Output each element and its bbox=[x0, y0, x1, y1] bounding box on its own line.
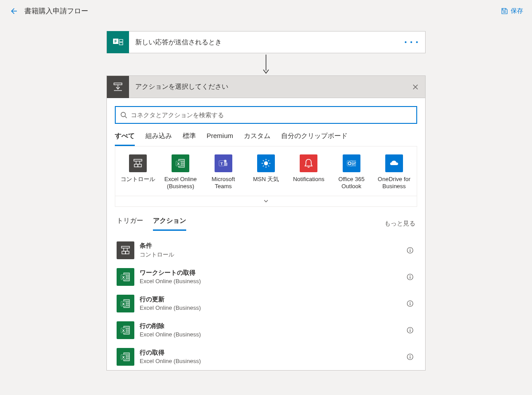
connector-item[interactable]: TMicrosoft Teams bbox=[203, 154, 244, 190]
save-button[interactable]: 保存 bbox=[501, 7, 523, 15]
info-button[interactable] bbox=[405, 300, 415, 307]
action-list: 条件コントロールXワークシートの取得Excel Online (Business… bbox=[115, 237, 417, 370]
info-button[interactable] bbox=[405, 273, 415, 280]
svg-rect-41 bbox=[122, 251, 125, 254]
svg-text:X: X bbox=[122, 302, 125, 306]
picker-close-button[interactable] bbox=[406, 83, 425, 91]
action-item[interactable]: 条件コントロール bbox=[115, 237, 417, 264]
header-bar: 書籍購入申請フロー 保存 bbox=[0, 0, 532, 22]
connector-label: コントロール bbox=[121, 176, 155, 183]
info-icon bbox=[407, 300, 414, 307]
action-item[interactable]: X行の削除Excel Online (Business) bbox=[115, 317, 417, 344]
insert-step-icon bbox=[112, 81, 124, 93]
back-button[interactable] bbox=[9, 7, 18, 16]
action-text: 行の削除Excel Online (Business) bbox=[140, 322, 399, 338]
tab-standard[interactable]: 標準 bbox=[183, 132, 196, 146]
svg-rect-38 bbox=[121, 246, 129, 248]
svg-point-44 bbox=[410, 249, 411, 249]
excel-icon: X bbox=[117, 295, 134, 312]
action-text: 条件コントロール bbox=[140, 242, 399, 259]
tab-clipboard[interactable]: 自分のクリップボード bbox=[281, 132, 348, 146]
search-input[interactable] bbox=[131, 111, 412, 118]
svg-line-33 bbox=[263, 166, 264, 166]
connector-item[interactable]: XExcel Online (Business) bbox=[160, 154, 201, 190]
svg-rect-42 bbox=[125, 251, 129, 254]
svg-rect-10 bbox=[134, 159, 142, 161]
svg-text:X: X bbox=[122, 328, 125, 333]
action-picker-card: アクションを選択してください すべて 組み込み 標準 Premium カスタム … bbox=[106, 75, 426, 371]
tab-premium[interactable]: Premium bbox=[207, 132, 233, 146]
action-title: 条件 bbox=[140, 242, 399, 250]
svg-text:X: X bbox=[177, 162, 180, 166]
svg-point-74 bbox=[410, 328, 411, 329]
connector-item[interactable]: Office 365 Outlook bbox=[331, 154, 372, 190]
svg-point-26 bbox=[264, 162, 268, 166]
svg-line-31 bbox=[263, 160, 264, 161]
trigger-card[interactable]: F 新しい応答が送信されるとき • • • bbox=[106, 31, 426, 53]
search-box[interactable] bbox=[115, 106, 417, 124]
tab-all[interactable]: すべて bbox=[115, 132, 135, 146]
svg-rect-65 bbox=[410, 303, 410, 305]
action-item[interactable]: Xワークシートの取得Excel Online (Business) bbox=[115, 264, 417, 290]
info-button[interactable] bbox=[405, 353, 415, 360]
control-icon bbox=[117, 241, 134, 259]
picker-body: すべて 組み込み 標準 Premium カスタム 自分のクリップボード コントロ… bbox=[107, 98, 425, 370]
forms-icon: F bbox=[112, 36, 124, 48]
see-more-link[interactable]: もっと見る bbox=[384, 220, 415, 228]
search-icon bbox=[120, 111, 127, 118]
connector-label: Microsoft Teams bbox=[203, 176, 244, 190]
flow-connector bbox=[262, 53, 270, 75]
save-icon bbox=[501, 8, 508, 15]
trigger-title: 新しい応答が送信されるとき bbox=[129, 38, 399, 47]
svg-line-34 bbox=[268, 160, 269, 161]
svg-rect-2 bbox=[119, 40, 123, 42]
svg-line-32 bbox=[268, 166, 269, 166]
onedrive-icon bbox=[385, 154, 403, 172]
action-connector-label: コントロール bbox=[140, 251, 399, 259]
svg-text:T: T bbox=[220, 162, 223, 166]
connector-label: OneDrive for Business bbox=[373, 176, 415, 190]
connector-item[interactable]: コントロール bbox=[117, 154, 159, 190]
action-item[interactable]: X行の取得Excel Online (Business) bbox=[115, 344, 417, 370]
connector-label: MSN 天気 bbox=[253, 176, 279, 183]
svg-text:F: F bbox=[114, 39, 117, 43]
connector-item[interactable]: OneDrive for Business bbox=[373, 154, 415, 190]
trigger-action-tabs: トリガー アクション bbox=[117, 217, 186, 231]
flow-title: 書籍購入申請フロー bbox=[24, 7, 88, 16]
header-left: 書籍購入申請フロー bbox=[9, 7, 88, 16]
info-button[interactable] bbox=[405, 327, 415, 334]
svg-rect-55 bbox=[410, 276, 410, 279]
connector-label: Office 365 Outlook bbox=[331, 176, 372, 190]
control-icon bbox=[129, 154, 147, 172]
save-label: 保存 bbox=[511, 7, 523, 15]
svg-rect-3 bbox=[119, 43, 123, 45]
tab-builtin[interactable]: 組み込み bbox=[145, 132, 172, 146]
arrow-left-icon bbox=[9, 7, 18, 16]
tab-custom[interactable]: カスタム bbox=[244, 132, 270, 146]
svg-text:X: X bbox=[122, 355, 125, 359]
teams-icon: T bbox=[215, 154, 232, 172]
svg-point-64 bbox=[410, 302, 411, 303]
connector-item[interactable]: Notifications bbox=[288, 154, 329, 190]
action-title: 行の削除 bbox=[140, 322, 399, 330]
trigger-menu-button[interactable]: • • • bbox=[399, 39, 425, 46]
expand-connectors-button[interactable] bbox=[115, 196, 417, 206]
info-icon bbox=[407, 247, 414, 254]
connector-item[interactable]: MSN 天気 bbox=[245, 154, 287, 190]
bell-icon bbox=[300, 154, 317, 172]
action-item[interactable]: X行の更新Excel Online (Business) bbox=[115, 290, 417, 317]
info-button[interactable] bbox=[405, 247, 415, 254]
action-title: ワークシートの取得 bbox=[140, 269, 399, 277]
tab-triggers[interactable]: トリガー bbox=[117, 217, 143, 231]
action-connector-label: Excel Online (Business) bbox=[140, 304, 399, 311]
category-tabs: すべて 組み込み 標準 Premium カスタム 自分のクリップボード bbox=[115, 132, 417, 146]
flow-canvas: F 新しい応答が送信されるとき • • • bbox=[0, 22, 532, 371]
action-connector-label: Excel Online (Business) bbox=[140, 331, 399, 338]
picker-title: アクションを選択してください bbox=[129, 83, 406, 91]
trigger-icon-wrap: F bbox=[107, 31, 129, 53]
tab-actions[interactable]: アクション bbox=[153, 217, 186, 231]
svg-rect-85 bbox=[410, 356, 410, 359]
info-icon bbox=[407, 327, 414, 334]
action-text: ワークシートの取得Excel Online (Business) bbox=[140, 269, 399, 284]
picker-header: アクションを選択してください bbox=[107, 76, 425, 98]
